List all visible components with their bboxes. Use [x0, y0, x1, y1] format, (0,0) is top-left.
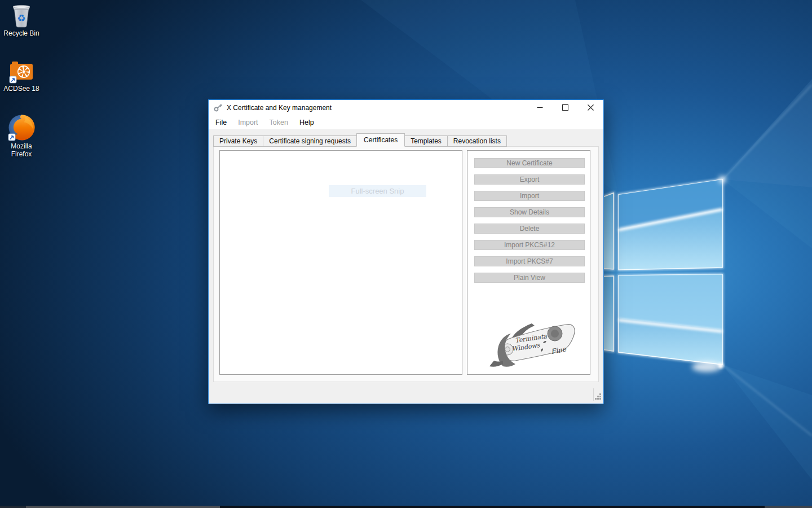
import-pkcs-7-button[interactable]: Import PKCS#7 [474, 256, 585, 266]
menu-token[interactable]: Token [264, 117, 294, 128]
xca-window: X Certificate and Key management FileImp… [208, 99, 604, 404]
tab-certificates[interactable]: Certificates [356, 133, 405, 147]
menu-help[interactable]: Help [294, 117, 320, 128]
new-certificate-button[interactable]: New Certificate [474, 158, 585, 168]
close-button[interactable] [578, 100, 603, 115]
firefox-icon [8, 114, 35, 141]
certificates-tab-page: Full-screen Snip Terminata Windows Fine … [213, 146, 599, 382]
maximize-button[interactable] [553, 100, 578, 115]
icon-label: Recycle Bin [2, 29, 41, 37]
close-icon [588, 104, 594, 111]
window-title: X Certificate and Key management [227, 104, 332, 112]
tab-certificate-signing-requests[interactable]: Certificate signing requests [263, 135, 357, 147]
menu-import[interactable]: Import [232, 117, 263, 128]
tab-strip: Private KeysCertificate signing requests… [213, 133, 507, 147]
desktop-icon-recycle-bin[interactable]: ♻ Recycle Bin [2, 2, 41, 37]
app-key-icon [214, 103, 223, 112]
fullscreen-snip-overlay: Full-screen Snip [329, 185, 426, 197]
shortcut-arrow-icon [8, 134, 15, 141]
tab-private-keys[interactable]: Private Keys [213, 135, 263, 147]
icon-label: Mozilla Firefox [2, 142, 41, 158]
recycle-bin-icon: ♻ [9, 2, 34, 28]
taskbar-edge[interactable] [0, 506, 812, 508]
show-details-button[interactable]: Show Details [474, 207, 585, 217]
delete-button[interactable]: Delete [474, 224, 585, 234]
minimize-icon [537, 104, 543, 111]
maximize-icon [562, 104, 568, 111]
tab-templates[interactable]: Templates [404, 135, 448, 147]
import-pkcs-12-button[interactable]: Import PKCS#12 [474, 240, 585, 250]
icon-label: ACDSee 18 [2, 85, 41, 93]
shortcut-arrow-icon [10, 76, 16, 83]
action-panel: Terminata Windows Fine New CertificateEx… [467, 150, 590, 375]
title-bar[interactable]: X Certificate and Key management [209, 100, 603, 115]
menu-bar: FileImportTokenHelp [209, 115, 603, 129]
desktop-icon-firefox[interactable]: Mozilla Firefox [2, 114, 41, 158]
minimize-button[interactable] [527, 100, 553, 115]
svg-text:♻: ♻ [17, 12, 25, 24]
statusbar-separator [593, 388, 594, 401]
desktop-icon-acdsee[interactable]: ACDSee 18 [2, 59, 41, 93]
acdsee-camera-icon [9, 59, 34, 84]
export-button[interactable]: Export [474, 174, 585, 185]
menu-file[interactable]: File [210, 117, 232, 128]
xca-scroll-banner: Terminata Windows Fine [478, 317, 580, 370]
import-button[interactable]: Import [474, 191, 585, 201]
certificate-list[interactable]: Full-screen Snip [219, 150, 462, 375]
plain-view-button[interactable]: Plain View [474, 273, 585, 283]
tab-revocation-lists[interactable]: Revocation lists [447, 135, 507, 147]
